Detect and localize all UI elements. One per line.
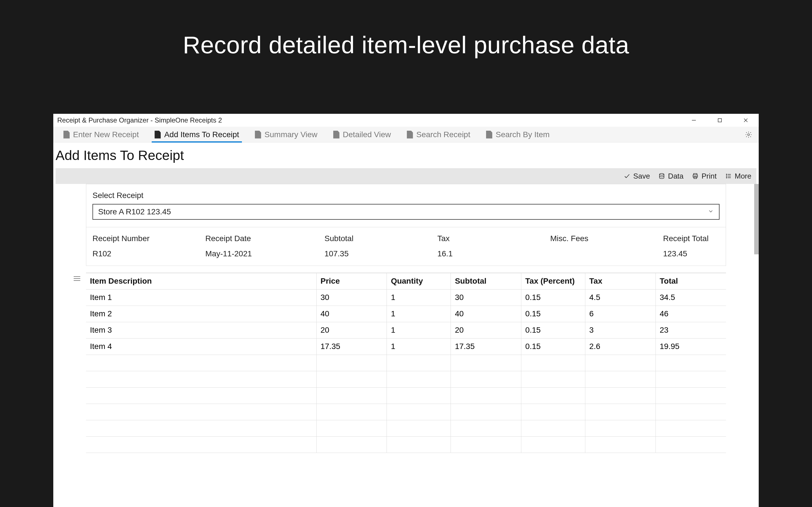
cell-empty[interactable] [656, 387, 726, 404]
cell-empty[interactable] [86, 355, 316, 371]
cell-empty[interactable] [387, 436, 451, 453]
tab-add-items-to-receipt[interactable]: Add Items To Receipt [147, 127, 247, 142]
cell-tax[interactable]: 3 [585, 322, 656, 338]
cell-quantity[interactable]: 1 [387, 289, 451, 305]
save-button[interactable]: Save [624, 172, 650, 180]
cell-subtotal[interactable]: 30 [451, 289, 521, 305]
cell-empty[interactable] [521, 436, 585, 453]
cell-tax[interactable]: 2.6 [585, 338, 656, 355]
cell-empty[interactable] [585, 420, 656, 436]
cell-description[interactable]: Item 3 [86, 322, 316, 338]
cell-empty[interactable] [316, 387, 387, 404]
maximize-button[interactable] [707, 114, 733, 127]
cell-empty[interactable] [585, 436, 656, 453]
col-header-quantity[interactable]: Quantity [387, 273, 451, 289]
cell-total[interactable]: 34.5 [656, 289, 726, 305]
tab-search-receipt[interactable]: Search Receipt [399, 127, 478, 142]
table-row-empty[interactable] [86, 355, 726, 371]
cell-empty[interactable] [656, 355, 726, 371]
col-header-total[interactable]: Total [656, 273, 726, 289]
cell-empty[interactable] [521, 387, 585, 404]
table-row-empty[interactable] [86, 420, 726, 436]
table-row[interactable]: Item 417.35117.350.152.619.95 [86, 338, 726, 355]
tab-enter-new-receipt[interactable]: Enter New Receipt [56, 127, 147, 142]
col-header-tax-percent[interactable]: Tax (Percent) [521, 273, 585, 289]
cell-subtotal[interactable]: 20 [451, 322, 521, 338]
cell-tax_percent[interactable]: 0.15 [521, 289, 585, 305]
cell-empty[interactable] [451, 436, 521, 453]
col-header-description[interactable]: Item Description [86, 273, 316, 289]
cell-tax_percent[interactable]: 0.15 [521, 305, 585, 322]
cell-empty[interactable] [387, 387, 451, 404]
cell-empty[interactable] [451, 420, 521, 436]
cell-empty[interactable] [585, 371, 656, 387]
cell-empty[interactable] [86, 436, 316, 453]
cell-tax[interactable]: 6 [585, 305, 656, 322]
cell-subtotal[interactable]: 17.35 [451, 338, 521, 355]
cell-quantity[interactable]: 1 [387, 338, 451, 355]
cell-quantity[interactable]: 1 [387, 305, 451, 322]
cell-empty[interactable] [585, 387, 656, 404]
cell-description[interactable]: Item 2 [86, 305, 316, 322]
data-button[interactable]: Data [658, 172, 683, 180]
scrollbar[interactable] [754, 184, 759, 255]
table-row[interactable]: Item 2401400.15646 [86, 305, 726, 322]
settings-button[interactable] [743, 129, 754, 140]
cell-subtotal[interactable]: 40 [451, 305, 521, 322]
col-header-price[interactable]: Price [316, 273, 387, 289]
col-header-tax[interactable]: Tax [585, 273, 656, 289]
cell-empty[interactable] [387, 355, 451, 371]
cell-empty[interactable] [585, 355, 656, 371]
cell-empty[interactable] [451, 371, 521, 387]
tab-search-by-item[interactable]: Search By Item [478, 127, 557, 142]
cell-empty[interactable] [387, 420, 451, 436]
cell-empty[interactable] [387, 404, 451, 420]
cell-tax_percent[interactable]: 0.15 [521, 322, 585, 338]
minimize-button[interactable] [681, 114, 707, 127]
table-row-empty[interactable] [86, 404, 726, 420]
table-row[interactable]: Item 1301300.154.534.5 [86, 289, 726, 305]
cell-empty[interactable] [451, 404, 521, 420]
cell-price[interactable]: 40 [316, 305, 387, 322]
tab-summary-view[interactable]: Summary View [247, 127, 325, 142]
table-row-empty[interactable] [86, 371, 726, 387]
cell-tax[interactable]: 4.5 [585, 289, 656, 305]
cell-tax_percent[interactable]: 0.15 [521, 338, 585, 355]
cell-empty[interactable] [451, 387, 521, 404]
cell-empty[interactable] [316, 436, 387, 453]
select-receipt-dropdown[interactable]: Store A R102 123.45 [93, 204, 719, 220]
table-row-empty[interactable] [86, 387, 726, 404]
cell-price[interactable]: 30 [316, 289, 387, 305]
cell-empty[interactable] [521, 404, 585, 420]
cell-price[interactable]: 20 [316, 322, 387, 338]
cell-empty[interactable] [521, 420, 585, 436]
cell-empty[interactable] [521, 371, 585, 387]
cell-description[interactable]: Item 1 [86, 289, 316, 305]
cell-empty[interactable] [387, 371, 451, 387]
cell-empty[interactable] [316, 371, 387, 387]
cell-total[interactable]: 46 [656, 305, 726, 322]
table-row-empty[interactable] [86, 436, 726, 453]
cell-empty[interactable] [86, 371, 316, 387]
table-menu-icon[interactable] [73, 276, 81, 283]
cell-empty[interactable] [86, 387, 316, 404]
cell-empty[interactable] [316, 355, 387, 371]
col-header-subtotal[interactable]: Subtotal [451, 273, 521, 289]
more-button[interactable]: More [725, 172, 751, 180]
cell-empty[interactable] [656, 404, 726, 420]
cell-empty[interactable] [656, 436, 726, 453]
cell-empty[interactable] [86, 420, 316, 436]
cell-empty[interactable] [585, 404, 656, 420]
cell-empty[interactable] [521, 355, 585, 371]
cell-description[interactable]: Item 4 [86, 338, 316, 355]
cell-empty[interactable] [316, 420, 387, 436]
tab-detailed-view[interactable]: Detailed View [325, 127, 399, 142]
cell-quantity[interactable]: 1 [387, 322, 451, 338]
close-button[interactable] [733, 114, 759, 127]
cell-empty[interactable] [86, 404, 316, 420]
cell-price[interactable]: 17.35 [316, 338, 387, 355]
cell-empty[interactable] [316, 404, 387, 420]
cell-empty[interactable] [656, 371, 726, 387]
cell-empty[interactable] [451, 355, 521, 371]
cell-empty[interactable] [656, 420, 726, 436]
